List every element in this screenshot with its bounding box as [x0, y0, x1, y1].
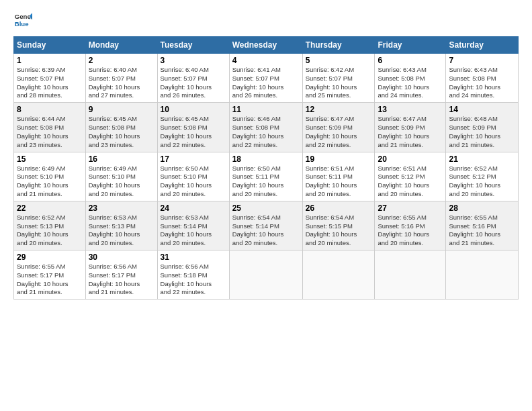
day-info: Sunrise: 6:52 AM Sunset: 5:12 PM Dayligh…	[449, 165, 515, 199]
day-number: 21	[449, 154, 515, 164]
day-info: Sunrise: 6:41 AM Sunset: 5:07 PM Dayligh…	[232, 66, 300, 100]
day-info: Sunrise: 6:45 AM Sunset: 5:08 PM Dayligh…	[161, 115, 226, 149]
day-number: 22	[17, 203, 83, 213]
calendar-cell: 5Sunrise: 6:42 AM Sunset: 5:07 PM Daylig…	[302, 54, 375, 103]
day-info: Sunrise: 6:54 AM Sunset: 5:15 PM Dayligh…	[306, 214, 372, 248]
day-number: 16	[89, 154, 154, 164]
day-info: Sunrise: 6:49 AM Sunset: 5:10 PM Dayligh…	[17, 165, 83, 199]
day-info: Sunrise: 6:56 AM Sunset: 5:17 PM Dayligh…	[89, 263, 154, 297]
calendar-cell	[446, 250, 519, 300]
day-number: 8	[17, 105, 83, 114]
day-number: 3	[161, 56, 226, 65]
day-info: Sunrise: 6:40 AM Sunset: 5:07 PM Dayligh…	[89, 66, 154, 100]
day-number: 2	[89, 56, 154, 65]
day-info: Sunrise: 6:50 AM Sunset: 5:10 PM Dayligh…	[161, 165, 226, 199]
day-info: Sunrise: 6:53 AM Sunset: 5:13 PM Dayligh…	[89, 214, 154, 248]
day-info: Sunrise: 6:55 AM Sunset: 5:16 PM Dayligh…	[449, 214, 515, 248]
col-header-wednesday: Wednesday	[229, 37, 302, 54]
day-number: 20	[378, 154, 443, 164]
calendar-cell: 11Sunrise: 6:46 AM Sunset: 5:08 PM Dayli…	[229, 103, 302, 152]
calendar-table: SundayMondayTuesdayWednesdayThursdayFrid…	[13, 36, 519, 300]
calendar-cell: 13Sunrise: 6:47 AM Sunset: 5:09 PM Dayli…	[375, 103, 446, 152]
day-number: 11	[232, 105, 300, 114]
calendar-cell: 29Sunrise: 6:55 AM Sunset: 5:17 PM Dayli…	[14, 250, 86, 300]
calendar-cell: 18Sunrise: 6:50 AM Sunset: 5:11 PM Dayli…	[229, 152, 302, 201]
day-info: Sunrise: 6:55 AM Sunset: 5:16 PM Dayligh…	[378, 214, 443, 248]
day-number: 4	[232, 56, 300, 65]
calendar-cell: 1Sunrise: 6:39 AM Sunset: 5:07 PM Daylig…	[14, 54, 86, 103]
col-header-monday: Monday	[85, 37, 157, 54]
day-number: 19	[306, 154, 372, 164]
calendar-cell: 10Sunrise: 6:45 AM Sunset: 5:08 PM Dayli…	[157, 103, 229, 152]
svg-text:General: General	[15, 13, 32, 20]
calendar-cell	[302, 250, 375, 300]
day-info: Sunrise: 6:43 AM Sunset: 5:08 PM Dayligh…	[449, 66, 515, 100]
day-info: Sunrise: 6:54 AM Sunset: 5:14 PM Dayligh…	[232, 214, 300, 248]
day-info: Sunrise: 6:44 AM Sunset: 5:08 PM Dayligh…	[17, 115, 83, 149]
logo-icon: General Blue	[13, 11, 32, 30]
calendar-cell: 3Sunrise: 6:40 AM Sunset: 5:07 PM Daylig…	[157, 54, 229, 103]
col-header-saturday: Saturday	[446, 37, 519, 54]
calendar-cell: 17Sunrise: 6:50 AM Sunset: 5:10 PM Dayli…	[157, 152, 229, 201]
day-number: 10	[161, 105, 226, 114]
calendar-cell: 2Sunrise: 6:40 AM Sunset: 5:07 PM Daylig…	[85, 54, 157, 103]
day-number: 17	[161, 154, 226, 164]
day-info: Sunrise: 6:47 AM Sunset: 5:09 PM Dayligh…	[378, 115, 443, 149]
day-info: Sunrise: 6:45 AM Sunset: 5:08 PM Dayligh…	[89, 115, 154, 149]
day-info: Sunrise: 6:39 AM Sunset: 5:07 PM Dayligh…	[17, 66, 83, 100]
day-info: Sunrise: 6:50 AM Sunset: 5:11 PM Dayligh…	[232, 165, 300, 199]
day-info: Sunrise: 6:56 AM Sunset: 5:18 PM Dayligh…	[161, 263, 226, 297]
day-number: 14	[449, 105, 515, 114]
day-number: 15	[17, 154, 83, 164]
day-number: 12	[306, 105, 372, 114]
day-number: 23	[89, 203, 154, 213]
day-info: Sunrise: 6:40 AM Sunset: 5:07 PM Dayligh…	[161, 66, 226, 100]
calendar-cell: 23Sunrise: 6:53 AM Sunset: 5:13 PM Dayli…	[85, 201, 157, 250]
calendar-cell: 27Sunrise: 6:55 AM Sunset: 5:16 PM Dayli…	[375, 201, 446, 250]
day-number: 7	[449, 56, 515, 65]
col-header-tuesday: Tuesday	[157, 37, 229, 54]
day-number: 27	[378, 203, 443, 213]
calendar-cell: 28Sunrise: 6:55 AM Sunset: 5:16 PM Dayli…	[446, 201, 519, 250]
day-info: Sunrise: 6:42 AM Sunset: 5:07 PM Dayligh…	[306, 66, 372, 100]
calendar-cell: 24Sunrise: 6:53 AM Sunset: 5:14 PM Dayli…	[157, 201, 229, 250]
day-number: 25	[232, 203, 300, 213]
day-info: Sunrise: 6:51 AM Sunset: 5:12 PM Dayligh…	[378, 165, 443, 199]
day-info: Sunrise: 6:43 AM Sunset: 5:08 PM Dayligh…	[378, 66, 443, 100]
page: General Blue SundayMondayTuesdayWednesda…	[0, 0, 532, 306]
day-number: 13	[378, 105, 443, 114]
day-info: Sunrise: 6:47 AM Sunset: 5:09 PM Dayligh…	[306, 115, 372, 149]
calendar-cell: 4Sunrise: 6:41 AM Sunset: 5:07 PM Daylig…	[229, 54, 302, 103]
day-number: 28	[449, 203, 515, 213]
calendar-cell: 9Sunrise: 6:45 AM Sunset: 5:08 PM Daylig…	[85, 103, 157, 152]
day-number: 1	[17, 56, 83, 65]
logo: General Blue	[13, 11, 35, 30]
day-info: Sunrise: 6:49 AM Sunset: 5:10 PM Dayligh…	[89, 165, 154, 199]
day-info: Sunrise: 6:52 AM Sunset: 5:13 PM Dayligh…	[17, 214, 83, 248]
svg-text:Blue: Blue	[15, 20, 29, 28]
col-header-thursday: Thursday	[302, 37, 375, 54]
calendar-cell: 14Sunrise: 6:48 AM Sunset: 5:09 PM Dayli…	[446, 103, 519, 152]
col-header-friday: Friday	[375, 37, 446, 54]
col-header-sunday: Sunday	[14, 37, 86, 54]
day-info: Sunrise: 6:51 AM Sunset: 5:11 PM Dayligh…	[306, 165, 372, 199]
calendar-cell: 30Sunrise: 6:56 AM Sunset: 5:17 PM Dayli…	[85, 250, 157, 300]
calendar-cell: 21Sunrise: 6:52 AM Sunset: 5:12 PM Dayli…	[446, 152, 519, 201]
header: General Blue	[13, 11, 519, 30]
day-number: 29	[17, 253, 83, 262]
calendar-cell: 8Sunrise: 6:44 AM Sunset: 5:08 PM Daylig…	[14, 103, 86, 152]
day-number: 30	[89, 253, 154, 262]
day-number: 18	[232, 154, 300, 164]
day-number: 31	[161, 253, 226, 262]
calendar-cell	[229, 250, 302, 300]
day-number: 26	[306, 203, 372, 213]
calendar-cell	[375, 250, 446, 300]
calendar-cell: 25Sunrise: 6:54 AM Sunset: 5:14 PM Dayli…	[229, 201, 302, 250]
calendar-cell: 12Sunrise: 6:47 AM Sunset: 5:09 PM Dayli…	[302, 103, 375, 152]
day-info: Sunrise: 6:55 AM Sunset: 5:17 PM Dayligh…	[17, 263, 83, 297]
day-info: Sunrise: 6:48 AM Sunset: 5:09 PM Dayligh…	[449, 115, 515, 149]
calendar-cell: 15Sunrise: 6:49 AM Sunset: 5:10 PM Dayli…	[14, 152, 86, 201]
calendar-cell: 6Sunrise: 6:43 AM Sunset: 5:08 PM Daylig…	[375, 54, 446, 103]
calendar-cell: 16Sunrise: 6:49 AM Sunset: 5:10 PM Dayli…	[85, 152, 157, 201]
calendar-cell: 19Sunrise: 6:51 AM Sunset: 5:11 PM Dayli…	[302, 152, 375, 201]
